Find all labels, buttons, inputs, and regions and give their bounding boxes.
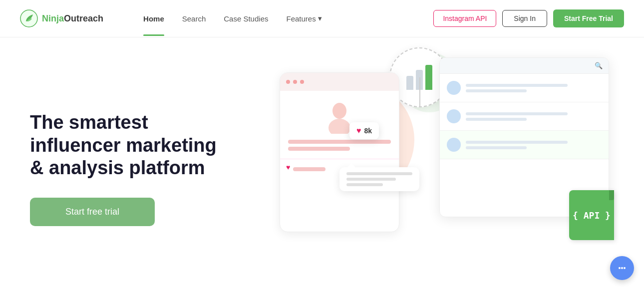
comment-line-1	[346, 172, 412, 175]
phone-dot	[286, 80, 290, 84]
chat-widget-button[interactable]	[610, 256, 634, 280]
illustration-container: ♥ ♥ 8k 🔍	[240, 42, 614, 290]
phone-header	[280, 73, 399, 91]
dash-line-4	[466, 118, 527, 121]
dash-avatar-1	[447, 81, 461, 95]
phone-lines	[286, 140, 393, 151]
chevron-down-icon: ▾	[318, 14, 322, 23]
api-badge: { API }	[569, 190, 614, 240]
dashboard-row-3	[440, 131, 609, 159]
phone-content	[280, 91, 399, 159]
start-free-trial-hero-button[interactable]: Start free trial	[30, 198, 155, 226]
dash-avatar-2	[447, 109, 461, 123]
phone-card: ♥	[280, 72, 399, 232]
heart-icon: ♥	[286, 163, 290, 171]
dash-lines-3	[466, 141, 602, 149]
nav-links: Home Search Case Studies Features ▾	[143, 14, 322, 23]
svg-point-3	[619, 267, 621, 269]
svg-point-2	[328, 119, 350, 134]
dash-line-5	[466, 141, 568, 144]
dash-lines-2	[466, 112, 602, 121]
like-badge: ♥ 8k	[349, 122, 379, 139]
comment-line-2	[346, 178, 396, 181]
bar-3	[425, 65, 432, 90]
svg-point-4	[621, 267, 623, 269]
logo-icon	[20, 9, 38, 27]
instagram-api-button[interactable]: Instagram API	[433, 10, 496, 27]
start-free-trial-nav-button[interactable]: Start Free Trial	[553, 9, 624, 27]
like-count: 8k	[364, 127, 372, 135]
dashboard-row-2	[440, 102, 609, 131]
hero-section: The smartest influencer marketing & anal…	[0, 37, 644, 290]
dashboard-rows	[440, 74, 609, 159]
dashboard-row-1	[440, 74, 609, 102]
nav-search[interactable]: Search	[182, 14, 206, 23]
dash-line-3	[466, 112, 568, 115]
dash-lines-1	[466, 84, 602, 92]
dashboard-search-icon: 🔍	[595, 62, 603, 69]
phone-dot-2	[293, 80, 297, 84]
hero-title: The smartest influencer marketing & anal…	[30, 111, 220, 180]
phone-dot-3	[300, 80, 304, 84]
phone-line-1	[288, 140, 391, 144]
nav-case-studies[interactable]: Case Studies	[224, 14, 268, 23]
logo-text: NinjaOutreach	[42, 13, 103, 24]
nav-right: Instagram API Sign In Start Free Trial	[433, 9, 624, 27]
phone-line-2	[288, 147, 350, 151]
navbar: NinjaOutreach Home Search Case Studies F…	[0, 0, 644, 37]
dash-line-2	[466, 89, 527, 92]
logo[interactable]: NinjaOutreach	[20, 9, 103, 27]
heart-line	[293, 167, 325, 171]
comment-bubble	[339, 167, 419, 191]
comment-lines	[346, 172, 412, 186]
nav-features[interactable]: Features ▾	[286, 14, 322, 23]
comment-line-3	[346, 183, 383, 186]
chat-icon	[616, 262, 628, 274]
hero-left: The smartest influencer marketing & anal…	[30, 111, 220, 226]
dashboard-header: 🔍	[440, 58, 609, 74]
svg-point-1	[332, 103, 346, 119]
connector-line	[419, 77, 420, 107]
dash-line-6	[466, 146, 527, 149]
like-heart-icon: ♥	[356, 126, 361, 135]
hero-illustration: ♥ ♥ 8k 🔍	[220, 47, 614, 290]
bar-1	[406, 76, 413, 90]
dash-avatar-3	[447, 138, 461, 152]
signin-button[interactable]: Sign In	[502, 10, 547, 27]
svg-point-5	[624, 267, 626, 269]
dash-line-1	[466, 84, 568, 87]
nav-home[interactable]: Home	[143, 14, 164, 23]
